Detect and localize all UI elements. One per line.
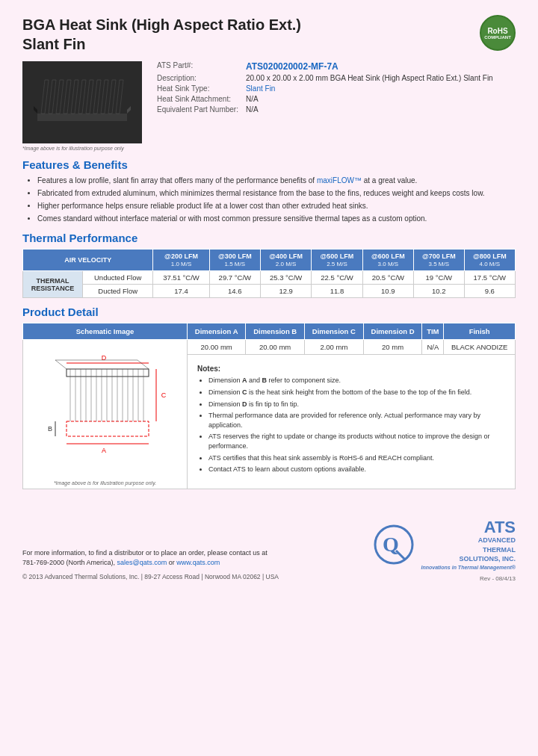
svg-marker-13: [127, 106, 131, 114]
note-6: ATS certifies that this heat sink assemb…: [208, 453, 505, 463]
schematic-header: Schematic Image: [23, 323, 188, 340]
unducted-200: 37.51 °C/W: [153, 271, 209, 285]
ducted-200: 17.4: [153, 285, 209, 298]
ducted-400: 12.9: [260, 285, 311, 298]
rohs-badge: RoHS COMPLIANT: [480, 15, 516, 51]
dim-d-value: 20 mm: [363, 340, 422, 355]
title-line2: Slant Fin: [22, 34, 301, 54]
svg-text:B: B: [48, 425, 52, 433]
ducted-600: 10.9: [362, 285, 413, 298]
footer-email[interactable]: sales@qats.com: [117, 559, 167, 566]
rev-note: Rev - 08/4/13: [374, 575, 516, 582]
attach-value: N/A: [246, 95, 516, 103]
features-list: Features a low profile, slant fin array …: [37, 176, 516, 224]
note-3: Dimension D is fin tip to fin tip.: [208, 400, 505, 409]
feature-item: Higher performance helps ensure reliable…: [37, 201, 516, 211]
footer-section: For more information, to find a distribu…: [22, 512, 516, 582]
ducted-800: 9.6: [464, 285, 515, 298]
svg-marker-3: [56, 80, 64, 114]
svg-marker-4: [64, 80, 71, 114]
svg-text:D: D: [102, 354, 107, 362]
equiv-label: Equivalent Part Number:: [157, 105, 238, 114]
thermal-title: Thermal Performance: [22, 232, 516, 244]
footer-or: or: [169, 559, 175, 566]
product-info-section: *Image above is for illustration purpose…: [22, 61, 516, 151]
ducted-700: 10.2: [414, 285, 465, 298]
heatsink-svg: [26, 65, 138, 140]
tim-value: N/A: [422, 340, 444, 355]
header-section: BGA Heat Sink (High Aspect Ratio Ext.) S…: [22, 15, 516, 54]
page: BGA Heat Sink (High Aspect Ratio Ext.) S…: [0, 0, 538, 756]
product-specs: ATS Part#: ATS020020002-MF-7A Descriptio…: [157, 61, 516, 151]
finish-value: BLACK ANODIZE: [444, 340, 516, 355]
col-300lfm: @300 LFM1.5 M/S: [209, 250, 260, 271]
ducted-label: Ducted Flow: [83, 285, 153, 298]
ats-name-line1: ADVANCED: [421, 536, 516, 545]
dim-b-value: 20.00 mm: [246, 340, 305, 355]
unducted-700: 19 °C/W: [414, 271, 465, 285]
dim-a-header: Dimension A: [188, 323, 246, 340]
svg-rect-15: [67, 369, 149, 377]
footer-phone: 781-769-2000 (North America),: [22, 559, 115, 566]
note-2: Dimension C is the heat sink height from…: [208, 388, 505, 397]
product-image-area: *Image above is for illustration purpose…: [22, 61, 142, 151]
part-value: ATS020020002-MF-7A: [246, 61, 516, 72]
col-600lfm: @600 LFM3.0 M/S: [362, 250, 413, 271]
svg-marker-11: [116, 80, 123, 114]
notes-title: Notes:: [197, 365, 505, 373]
feature-item: Fabricated from extruded aluminum, which…: [37, 188, 516, 199]
note-5: ATS reserves the right to update or chan…: [208, 432, 505, 450]
dim-a-value: 20.00 mm: [188, 340, 246, 355]
dim-b-header: Dimension B: [246, 323, 305, 340]
col-700lfm: @700 LFM3.5 M/S: [414, 250, 465, 271]
svg-marker-8: [93, 80, 101, 114]
footer-contact: For more information, to find a distribu…: [22, 548, 279, 568]
ats-abbrev: ATS: [421, 519, 516, 536]
product-image: [22, 61, 142, 143]
svg-marker-12: [34, 106, 37, 114]
svg-text:C: C: [161, 391, 167, 399]
ats-logo-text: ATS ADVANCED THERMAL SOLUTIONS, INC. Inn…: [421, 519, 516, 571]
col-200lfm: @200 LFM1.0 M/S: [153, 250, 209, 271]
thermal-resistance-label: THERMAL RESISTANCE: [23, 271, 83, 298]
footer-website[interactable]: www.qats.com: [176, 559, 220, 566]
footer-copyright: © 2013 Advanced Thermal Solutions, Inc. …: [22, 572, 279, 582]
ats-tagline: Innovations in Thermal Management®: [421, 564, 516, 571]
schematic-image-area: A B C D: [25, 343, 182, 477]
contact-text: For more information, to find a distribu…: [22, 549, 268, 557]
rohs-compliant: COMPLIANT: [484, 35, 511, 40]
note-7: Contact ATS to learn about custom option…: [208, 465, 505, 474]
dim-d-header: Dimension D: [363, 323, 422, 340]
dim-c-header: Dimension C: [305, 323, 364, 340]
svg-marker-7: [86, 80, 93, 114]
equiv-value: N/A: [246, 105, 516, 114]
svg-marker-1: [41, 80, 49, 114]
features-title: Features & Benefits: [22, 158, 516, 171]
note-1: Dimension A and B refer to component siz…: [208, 376, 505, 385]
notes-section: Notes: Dimension A and B refer to compon…: [194, 361, 509, 480]
ats-name-line2: THERMAL: [421, 545, 516, 555]
ducted-300: 14.6: [209, 285, 260, 298]
svg-marker-9: [101, 80, 108, 114]
svg-marker-6: [78, 80, 86, 114]
col-400lfm: @400 LFM2.0 M/S: [260, 250, 311, 271]
product-title: BGA Heat Sink (High Aspect Ratio Ext.) S…: [22, 15, 301, 54]
schematic-cell: A B C D: [23, 340, 188, 489]
type-value: Slant Fin: [246, 84, 516, 93]
specs-grid: ATS Part#: ATS020020002-MF-7A Descriptio…: [157, 61, 516, 114]
unducted-label: Unducted Flow: [83, 271, 153, 285]
type-label: Heat Sink Type:: [157, 84, 238, 93]
thermal-table: AIR VELOCITY @200 LFM1.0 M/S @300 LFM1.5…: [22, 249, 516, 298]
footer-left: For more information, to find a distribu…: [22, 548, 279, 582]
svg-rect-14: [67, 421, 149, 436]
desc-label: Description:: [157, 74, 238, 82]
notes-cell: Notes: Dimension A and B refer to compon…: [188, 355, 516, 489]
feature-item: Features a low profile, slant fin array …: [37, 176, 516, 186]
footer-right: Q ATS ADVANCED THERMAL SOLUTIONS, INC. I…: [374, 519, 516, 582]
schematic-svg: A B C D: [29, 347, 179, 474]
unducted-500: 22.5 °C/W: [312, 271, 362, 285]
svg-text:A: A: [102, 447, 106, 454]
schematic-note: *Image above is for illustration purpose…: [25, 480, 185, 486]
unducted-600: 20.5 °C/W: [362, 271, 413, 285]
col-500lfm: @500 LFM2.5 M/S: [312, 250, 362, 271]
